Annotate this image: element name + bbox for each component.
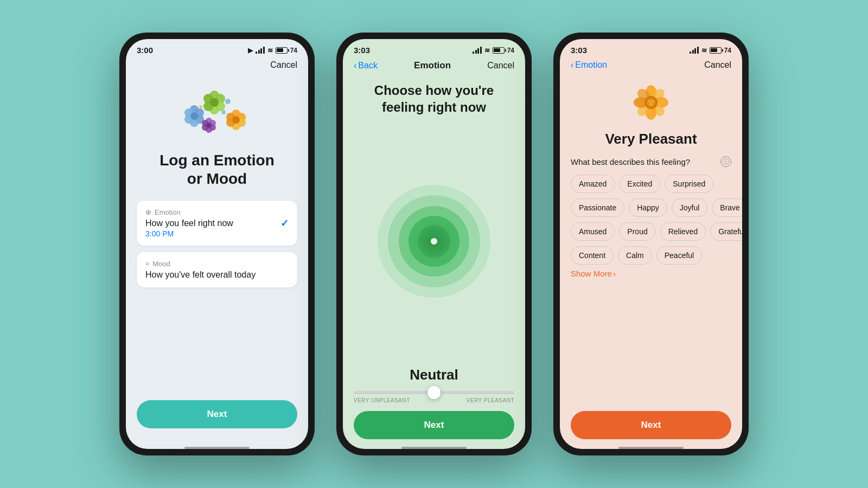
tag-happy[interactable]: Happy: [629, 198, 667, 217]
bottom-btn-2-wrap: Next: [343, 411, 525, 444]
svg-point-47: [649, 101, 650, 102]
tag-peaceful[interactable]: Peaceful: [656, 246, 702, 265]
phone-1: 3:00 ▶ ≋ 74 Cancel: [119, 33, 315, 455]
home-indicator-2: [401, 447, 467, 449]
emotion-checkmark: ✓: [280, 217, 289, 229]
mood-type-label: ≈ Mood: [145, 260, 289, 268]
next-button-3[interactable]: Next: [571, 411, 731, 439]
svg-point-30: [199, 105, 202, 108]
option-type-label-1: ⊕ Emotion: [145, 208, 233, 216]
tag-joyful[interactable]: Joyful: [672, 198, 708, 217]
phone-3: 3:03 ≋ 74 ‹ Emotion: [553, 33, 749, 455]
status-time-1: 3:00: [137, 46, 153, 55]
mood-desc: How you've felt overall today: [145, 270, 289, 280]
battery-icon-3: [710, 47, 722, 54]
flowers-svg: [179, 86, 255, 140]
mood-option-card[interactable]: ≈ Mood How you've felt overall today: [137, 252, 297, 287]
tags-container: Amazed Excited Surprised Passionate Happ…: [560, 175, 742, 265]
phone-2: 3:03 ≋ 74 ‹ Back Emotion: [336, 33, 532, 455]
svg-point-36: [431, 238, 437, 245]
home-indicator-1: [184, 447, 250, 449]
status-time-2: 3:03: [354, 46, 370, 55]
svg-point-29: [221, 110, 226, 114]
info-icon[interactable]: ⓘ: [720, 156, 731, 167]
status-icons-2: ≋ 74: [473, 47, 514, 54]
nav-title-2: Emotion: [414, 60, 451, 71]
flower-cluster: [137, 86, 297, 140]
home-indicator-3: [618, 447, 684, 449]
emotion-wheel-container[interactable]: [343, 115, 525, 367]
cancel-button-3[interactable]: Cancel: [704, 60, 731, 70]
svg-point-46: [647, 98, 655, 107]
main-title-1: Log an Emotion or Mood: [137, 151, 297, 188]
battery-pct-3: 74: [724, 47, 731, 54]
slider-thumb[interactable]: [427, 386, 441, 399]
tag-content[interactable]: Content: [571, 246, 614, 265]
svg-point-13: [210, 98, 219, 107]
back-chevron-3: ‹: [571, 60, 573, 70]
tag-excited[interactable]: Excited: [619, 175, 660, 193]
tag-surprised[interactable]: Surprised: [665, 175, 713, 193]
svg-point-49: [650, 104, 652, 105]
show-more-button[interactable]: Show More ›: [560, 267, 742, 280]
signal-icon-3: [690, 47, 699, 54]
cancel-button-2[interactable]: Cancel: [487, 61, 514, 70]
tag-amazed[interactable]: Amazed: [571, 175, 615, 193]
battery-icon-2: [493, 47, 505, 54]
tag-relieved[interactable]: Relieved: [660, 222, 706, 241]
location-icon-1: ▶: [248, 47, 253, 54]
svg-point-48: [652, 101, 654, 102]
slider-track[interactable]: [354, 391, 514, 394]
svg-point-14: [225, 99, 231, 104]
status-bar-1: 3:00 ▶ ≋ 74: [126, 39, 308, 58]
slider-container[interactable]: VERY UNPLEASANT VERY PLEASANT: [343, 391, 525, 411]
status-bar-3: 3:03 ≋ 74: [560, 39, 742, 58]
battery-pct-2: 74: [507, 47, 514, 54]
tag-passionate[interactable]: Passionate: [571, 198, 624, 217]
svg-point-28: [206, 123, 212, 128]
signal-icon-1: [256, 47, 265, 54]
nav-bar-3: ‹ Emotion Cancel: [560, 58, 742, 75]
battery-pct-1: 74: [290, 47, 297, 54]
emotion-current-label: Neutral: [343, 367, 525, 383]
emotion-type-icon: ⊕: [145, 208, 151, 216]
nav-bar-2: ‹ Back Emotion Cancel: [343, 58, 525, 76]
tags-row-3: Amused Proud Relieved Grateful: [571, 222, 731, 241]
slider-left-label: VERY UNPLEASANT: [354, 397, 410, 403]
nav-bar-1: Cancel: [126, 58, 308, 75]
svg-point-6: [190, 112, 198, 120]
feeling-question-row: What best describes this feeling? ⓘ: [560, 156, 742, 167]
wifi-icon-2: ≋: [484, 47, 490, 54]
tag-amused[interactable]: Amused: [571, 222, 615, 241]
tag-grateful[interactable]: Grateful: [710, 222, 742, 241]
emotion-option-card[interactable]: ⊕ Emotion How you feel right now 3:00 PM…: [137, 201, 297, 246]
tag-proud[interactable]: Proud: [619, 222, 655, 241]
mood-type-icon: ≈: [145, 260, 149, 268]
back-button-3[interactable]: ‹ Emotion: [571, 60, 607, 70]
next-button-2[interactable]: Next: [354, 411, 514, 439]
cancel-button-1[interactable]: Cancel: [270, 60, 297, 70]
next-button-1[interactable]: Next: [137, 400, 297, 428]
status-time-3: 3:03: [571, 46, 587, 55]
signal-icon-2: [473, 47, 482, 54]
tag-calm[interactable]: Calm: [618, 246, 652, 265]
status-icons-3: ≋ 74: [690, 47, 731, 54]
emotion-desc: How you feel right now: [145, 219, 233, 228]
status-icons-1: ▶ ≋ 74: [248, 47, 297, 54]
tags-row-4: Content Calm Peaceful: [571, 246, 731, 265]
pleasant-flower-emoji: [560, 81, 742, 124]
show-more-chevron: ›: [613, 269, 616, 278]
svg-point-21: [232, 116, 240, 124]
emotion-instruction: Choose how you're feeling right now: [343, 76, 525, 115]
wifi-icon-1: ≋: [267, 47, 273, 54]
pleasant-title: Very Pleasant: [560, 131, 742, 147]
feeling-question-label: What best describes this feeling?: [571, 157, 690, 166]
slider-right-label: VERY PLEASANT: [467, 397, 514, 403]
battery-icon-1: [276, 47, 288, 54]
tag-brave[interactable]: Brave: [712, 198, 742, 217]
tags-row-1: Amazed Excited Surprised: [571, 175, 731, 193]
bottom-btn-1: Next: [137, 400, 297, 433]
emotion-time: 3:00 PM: [145, 229, 233, 238]
bottom-btn-3-wrap: Next: [560, 411, 742, 444]
back-button-2[interactable]: ‹ Back: [354, 61, 378, 70]
